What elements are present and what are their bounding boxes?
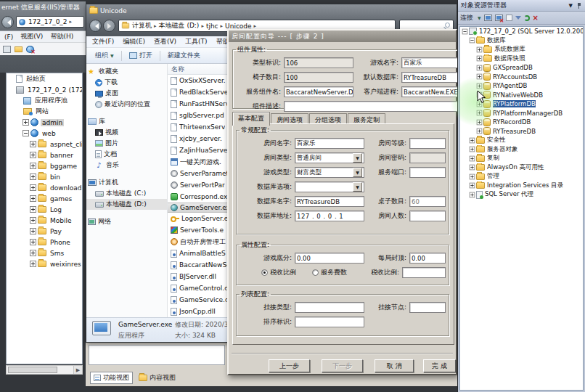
nav-item[interactable]: 文档 <box>86 149 167 160</box>
tree-item[interactable]: games <box>7 193 82 204</box>
tree-item[interactable]: 安全性 <box>460 136 583 145</box>
nav-item[interactable]: 图片 <box>86 138 167 149</box>
tree-item[interactable]: 172_17_0_2 (SQL Server 12.0.2000 <box>460 27 583 36</box>
expander-icon[interactable] <box>30 195 36 202</box>
expander-icon[interactable] <box>477 92 483 98</box>
db-name-field[interactable]: RYTreasureDB <box>295 196 364 207</box>
tree-item[interactable]: RYTreasureDB <box>460 127 583 136</box>
nav-item[interactable]: 音乐 <box>86 160 167 171</box>
menu-item[interactable]: 查看(V) <box>154 37 176 46</box>
tree-item[interactable]: bin <box>7 171 82 182</box>
prev-step-button[interactable]: 上一步 <box>269 359 310 372</box>
default-db-field[interactable]: RYTreasureDB <box>401 72 460 83</box>
tree-item[interactable]: 网站 <box>7 106 82 117</box>
tree-item[interactable]: RYNativeWebDB <box>460 91 583 100</box>
nav-item[interactable]: 本地磁盘 (C:) <box>86 188 167 199</box>
pin-icon[interactable] <box>576 2 582 9</box>
stop-connection-icon[interactable] <box>495 15 503 21</box>
view-tab[interactable]: 内容视图 <box>136 372 179 383</box>
tree-item[interactable]: 起始页 <box>7 73 82 84</box>
tree-item[interactable]: bggame <box>7 160 82 171</box>
room-level-field[interactable] <box>409 138 446 149</box>
db-option-combo[interactable]: ▼ <box>295 181 364 192</box>
tree-item[interactable]: RYAccountsDB <box>460 73 583 82</box>
service-dll-field[interactable]: BaccaratNewServer.DLL <box>284 86 353 97</box>
attach-node-field[interactable] <box>409 302 446 313</box>
globe-stop-icon[interactable] <box>26 46 34 53</box>
window-icon[interactable] <box>3 46 11 53</box>
chair-count-field[interactable]: 100 <box>284 72 353 83</box>
nav-item[interactable]: 本地磁盘 (D:) <box>86 199 167 210</box>
organize-button[interactable]: 组织 ▼ <box>91 49 118 62</box>
nav-item[interactable]: 下载 <box>86 77 167 88</box>
menu-item[interactable]: 帮助(H) <box>50 32 73 41</box>
connect-button[interactable]: 连接 ▼ <box>460 13 481 23</box>
table-count-field[interactable]: 60 <box>409 196 446 207</box>
expander-icon[interactable] <box>477 74 483 80</box>
expander-icon[interactable] <box>477 101 483 107</box>
delete-icon[interactable]: × <box>533 15 539 22</box>
tree-item[interactable]: 172_17_0_2 (172_17_0_2\Ad <box>7 84 82 95</box>
tree-item[interactable]: Mobile <box>7 215 82 226</box>
scroll-right-arrow-icon[interactable]: ▶ <box>73 366 82 374</box>
finish-button[interactable]: 完 成 <box>423 359 456 372</box>
tree-item[interactable]: 数据库 <box>460 36 583 46</box>
tree-item[interactable]: RYAgentDB <box>460 81 583 91</box>
tree-item[interactable]: RYRecordDB <box>460 118 583 127</box>
tree-item[interactable]: Sms <box>7 248 82 258</box>
expander-icon[interactable] <box>477 128 483 134</box>
expander-icon[interactable] <box>477 46 483 52</box>
expander-icon[interactable] <box>470 155 475 161</box>
tree-item[interactable]: RYPlatformDB <box>460 99 583 109</box>
forward-button[interactable] <box>103 20 115 32</box>
disconnect-icon[interactable] <box>484 15 492 21</box>
expander-icon[interactable] <box>470 147 475 152</box>
horizontal-scrollbar[interactable]: ▶ <box>6 365 83 375</box>
nav-item[interactable]: 最近访问的位置 <box>86 99 167 110</box>
tree-item[interactable]: 应用程序池 <box>7 95 82 106</box>
expander-icon[interactable] <box>30 250 36 256</box>
tree-item[interactable]: Integration Services 目录 <box>460 181 583 191</box>
tree-item[interactable]: SQL Server 代理 <box>460 190 583 200</box>
expander-icon[interactable] <box>477 65 483 70</box>
tree-item[interactable]: download <box>7 182 82 193</box>
scrollbar-thumb[interactable] <box>8 367 57 373</box>
attach-type-field[interactable] <box>295 302 364 313</box>
expander-icon[interactable] <box>462 28 468 34</box>
room-password-field[interactable] <box>409 152 446 163</box>
game-type-combo[interactable]: 财富类型 ▼ <box>295 167 364 178</box>
tax-ratio-field[interactable] <box>402 267 446 278</box>
chevron-down-icon[interactable]: ▼ <box>353 153 362 163</box>
expander-icon[interactable] <box>477 110 483 116</box>
nav-item[interactable] <box>86 210 167 216</box>
breadcrumb-item[interactable]: 计算机 ▸ <box>132 21 159 30</box>
menu-item[interactable]: (F) <box>4 33 13 41</box>
room-capacity-field[interactable] <box>409 211 446 221</box>
expander-icon[interactable] <box>30 261 36 267</box>
tree-item[interactable]: 系统数据库 <box>460 45 583 54</box>
expander-icon[interactable] <box>470 192 475 197</box>
expander-icon[interactable] <box>30 152 36 158</box>
nav-item[interactable] <box>86 171 167 177</box>
room-name-field[interactable]: 百家乐 <box>295 138 364 149</box>
tree-item[interactable]: weixinres <box>7 258 82 269</box>
expander-icon[interactable] <box>22 130 29 136</box>
expander-icon[interactable] <box>30 173 36 180</box>
round-cap-field[interactable]: 0.00 <box>409 253 446 264</box>
nav-item[interactable]: 计算机 <box>86 177 167 188</box>
breadcrumb-item[interactable]: 本地磁盘 (D:) ▸ <box>159 21 206 30</box>
expander-icon[interactable] <box>30 163 36 169</box>
expander-icon[interactable] <box>477 119 483 125</box>
back-button[interactable] <box>89 20 102 32</box>
type-id-field[interactable]: 106 <box>284 57 353 68</box>
game-name-field[interactable]: 百家乐 <box>401 57 460 68</box>
base-score-field[interactable]: 0.00 <box>295 253 364 264</box>
tree-item[interactable]: GXSpreadDB <box>460 63 583 73</box>
service-port-field[interactable] <box>409 167 446 178</box>
expander-icon[interactable] <box>30 228 36 234</box>
expander-icon[interactable] <box>470 183 475 189</box>
expander-icon[interactable] <box>470 165 475 171</box>
nav-item[interactable]: 视频 <box>86 127 167 138</box>
tree-item[interactable]: 管理 <box>460 172 583 181</box>
expander-icon[interactable] <box>30 206 36 213</box>
